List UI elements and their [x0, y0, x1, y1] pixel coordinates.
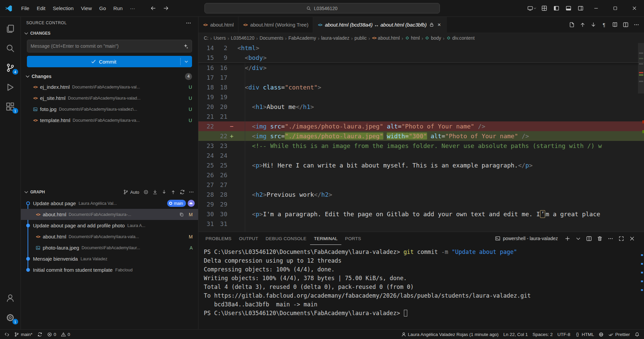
close-panel-button[interactable]: [627, 234, 637, 243]
code-line[interactable]: 1717: [198, 73, 644, 82]
open-file-button[interactable]: [567, 20, 577, 30]
code-line[interactable]: 1818 <div class="content">: [198, 82, 644, 92]
code-line[interactable]: 2828 <h2>Previous work</h2>: [198, 190, 644, 199]
close-tab-icon[interactable]: ×: [437, 22, 442, 28]
graph-more-actions-button[interactable]: [187, 188, 195, 196]
breadcrumb-item[interactable]: L03546120: [231, 35, 255, 41]
code-line[interactable]: 159 <body>: [198, 53, 644, 63]
code-line[interactable]: 2121: [198, 112, 644, 121]
menu-selection[interactable]: Selection: [49, 3, 77, 13]
cursor-position[interactable]: Ln 22, Col 1: [501, 330, 530, 339]
notifications[interactable]: [632, 330, 642, 339]
kill-terminal-button[interactable]: [595, 234, 604, 243]
new-terminal-button[interactable]: [563, 234, 572, 243]
graph-auto-button[interactable]: Auto: [121, 189, 141, 195]
menu-overflow[interactable]: ···: [126, 3, 139, 13]
code-line[interactable]: 2727: [198, 180, 644, 190]
commit-message-input[interactable]: [31, 43, 180, 49]
activity-accounts[interactable]: [0, 288, 21, 308]
editor-tab-1[interactable]: <>about.html: [198, 17, 238, 33]
code-line[interactable]: 1919: [198, 92, 644, 102]
branch-status[interactable]: main*: [12, 330, 35, 339]
panel-more-actions-button[interactable]: [606, 234, 615, 243]
panel-tab-output[interactable]: OUTPUT: [235, 232, 262, 245]
forward-button[interactable]: [160, 3, 172, 14]
graph-commit-row[interactable]: Update about page and add profile photoL…: [21, 220, 198, 231]
graph-fetch-button[interactable]: [151, 188, 159, 196]
breadcrumb-item[interactable]: body: [425, 35, 441, 41]
screencast-button[interactable]: [526, 3, 538, 14]
terminal-profile-dropdown[interactable]: [573, 234, 583, 243]
sync-button[interactable]: [35, 330, 45, 339]
graph-commit-row[interactable]: Initial commit from student templateFabc…: [21, 264, 198, 275]
terminal[interactable]: PS C:\Users\L03546120\Documents\FabAcade…: [198, 245, 644, 329]
graph-file-row[interactable]: photo-laura.jpegDocuments\FabAcademy\lau…: [21, 242, 198, 253]
changes-file-row[interactable]: <>ej_index.htmlDocuments\FabAcademy\laur…: [21, 81, 198, 92]
previous-change-button[interactable]: [577, 20, 588, 30]
activity-source-control[interactable]: 4: [0, 58, 21, 77]
graph-refresh-button[interactable]: [178, 188, 186, 196]
graph-pull-button[interactable]: [160, 188, 168, 196]
graph-commit-row[interactable]: Mensaje bienvenidaLaura Valadez: [21, 253, 198, 264]
split-editor-button[interactable]: [620, 20, 631, 30]
code-line[interactable]: 142<html>: [198, 43, 644, 53]
activity-search[interactable]: [0, 38, 21, 58]
cloud-badge[interactable]: [188, 200, 195, 207]
toggle-secondary-sidebar-button[interactable]: [574, 3, 586, 14]
editor-more-actions-button[interactable]: [631, 20, 641, 30]
menu-file[interactable]: File: [17, 3, 33, 13]
activity-settings[interactable]: 1: [0, 308, 21, 327]
problems-warnings[interactable]: 0: [59, 330, 73, 339]
breadcrumb-item[interactable]: C:: [204, 35, 209, 41]
changes-tree-header[interactable]: Changes 4: [21, 71, 198, 81]
command-center-search[interactable]: L03546120: [204, 3, 440, 13]
activity-explorer[interactable]: [0, 19, 21, 38]
code-line[interactable]: 2323 <!-- While this is an image from th…: [198, 141, 644, 151]
changes-file-row[interactable]: <>ej_site.htmlDocuments\FabAcademy\laura…: [21, 92, 198, 104]
scm-more-actions-button[interactable]: [184, 19, 193, 27]
commit-options-button[interactable]: [181, 56, 192, 67]
branch-badge[interactable]: main: [167, 200, 186, 207]
open-preview-button[interactable]: [610, 20, 620, 30]
maximize-panel-button[interactable]: [616, 234, 626, 243]
panel-tab-problems[interactable]: PROBLEMS: [202, 232, 235, 245]
code-line[interactable]: 3030 <p>I'm a paragraph. Edit the page o…: [198, 209, 644, 219]
problems-errors[interactable]: 0: [45, 330, 59, 339]
menu-run[interactable]: Run: [110, 3, 126, 13]
code-line[interactable]: 22+ <img src="./images/photo-laura.jpeg"…: [198, 131, 644, 141]
code-line[interactable]: 2020 <h1>About me</h1>: [198, 102, 644, 112]
customize-layout-button[interactable]: [538, 3, 550, 14]
panel-tab-terminal[interactable]: TERMINAL: [310, 232, 341, 245]
code-line[interactable]: 2424: [198, 151, 644, 160]
activity-extensions[interactable]: 1: [0, 97, 21, 116]
encoding[interactable]: UTF-8: [555, 330, 572, 339]
breadcrumb-item[interactable]: FabAcademy: [288, 35, 316, 41]
graph-push-button[interactable]: [169, 188, 177, 196]
panel-tab-debug-console[interactable]: DEBUG CONSOLE: [262, 232, 310, 245]
graph-section-header[interactable]: GRAPH Auto: [21, 186, 198, 198]
minimize-button[interactable]: [586, 0, 606, 16]
graph-commit-row[interactable]: Update about pageLaura Angélica Val...ma…: [21, 198, 198, 209]
minimap[interactable]: [638, 43, 644, 232]
code-line[interactable]: 22− <img src="./images/photo-laura.jpeg"…: [198, 121, 644, 131]
browser-preview[interactable]: [596, 330, 606, 339]
panel-tab-ports[interactable]: PORTS: [341, 232, 365, 245]
toggle-panel-button[interactable]: [562, 3, 574, 14]
menu-view[interactable]: View: [77, 3, 96, 13]
breadcrumb-item[interactable]: public: [354, 35, 367, 41]
breadcrumb-item[interactable]: <>about.html: [372, 35, 400, 41]
generate-commit-message-icon[interactable]: [183, 43, 188, 49]
breadcrumb-item[interactable]: Documents: [260, 35, 283, 41]
activity-run-debug[interactable]: [0, 77, 21, 97]
editor-tab-2[interactable]: <>about.html (Working Tree): [238, 17, 313, 33]
terminal-instance[interactable]: powershell - laura-valadez: [495, 236, 558, 241]
editor-tab-3[interactable]: <>about.html (bcd38a4) ↔ about.html (bac…: [313, 17, 447, 33]
commit-button[interactable]: Commit: [27, 56, 192, 67]
breadcrumb-item[interactable]: html: [405, 35, 420, 41]
back-button[interactable]: [148, 3, 159, 14]
breadcrumb-item[interactable]: div.content: [446, 35, 475, 41]
breadcrumb-item[interactable]: Users: [214, 35, 226, 41]
split-terminal-button[interactable]: [584, 234, 594, 243]
changes-file-row[interactable]: <>template.htmlDocuments\FabAcademy\laur…: [21, 115, 198, 126]
close-window-button[interactable]: [625, 0, 644, 16]
